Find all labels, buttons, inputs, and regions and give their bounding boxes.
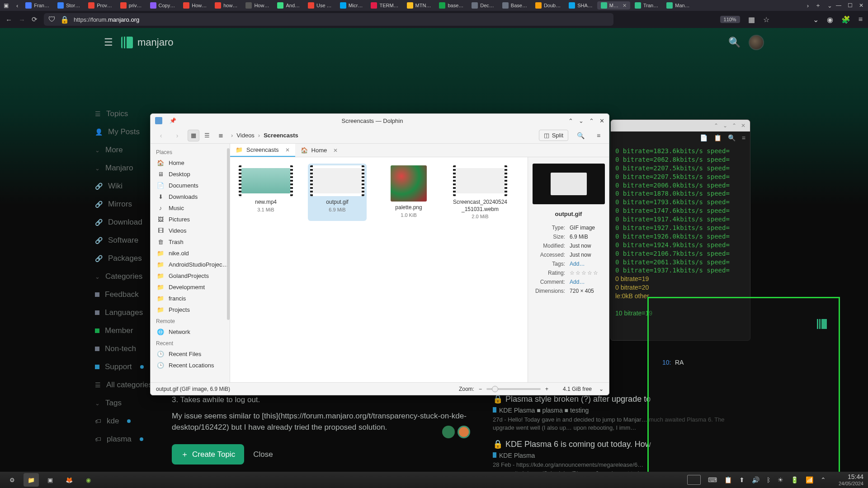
window-minimize-icon[interactable]: —	[836, 2, 841, 9]
browser-tab[interactable]: Man…	[663, 1, 693, 9]
close-button[interactable]: Close	[253, 449, 273, 460]
nav-back-icon[interactable]: ←	[5, 16, 12, 23]
close-icon[interactable]: ✕	[333, 147, 338, 154]
breadcrumb-videos[interactable]: Videos	[236, 132, 255, 139]
dolphin-tab[interactable]: 🏠Home✕	[295, 144, 344, 157]
places-item[interactable]: ♪Music	[151, 202, 230, 214]
app-menu-icon[interactable]: ≡	[859, 15, 863, 23]
menu-icon[interactable]: ≡	[593, 130, 604, 141]
browser-tab[interactable]: priv…	[117, 1, 146, 9]
shield-icon[interactable]: 🛡	[48, 15, 56, 23]
extension-icon[interactable]: ▦	[748, 15, 755, 24]
browser-tab[interactable]: base…	[435, 1, 467, 9]
scrollbar[interactable]	[227, 148, 230, 320]
view-details-button[interactable]: ≣	[215, 130, 226, 141]
tab-nav-back[interactable]: ‹	[14, 2, 21, 9]
browser-tab[interactable]: Use …	[304, 1, 335, 9]
zoom-badge[interactable]: 110%	[720, 16, 740, 23]
taskbar[interactable]: ⚙ 📁 ▣ 🦊 ◉ ⌨ 📋 ⬆ 🔊 ᛒ ☀ 🔋 📶 ⌃ 15:44 24/05/…	[0, 472, 868, 488]
tab-list-button[interactable]: ⌄	[825, 2, 835, 9]
info-comment-link[interactable]: Add…	[568, 278, 604, 286]
close-icon[interactable]: ✕	[285, 147, 290, 153]
clipboard-tray-icon[interactable]: 📋	[724, 476, 732, 483]
create-topic-button[interactable]: ＋Create Topic	[172, 444, 244, 465]
volume-tray-icon[interactable]: 🔊	[752, 476, 760, 483]
taskbar-clock[interactable]: 15:44 24/05/2024	[839, 474, 863, 486]
sidebar-tag-kde[interactable]: 🏷kde	[93, 412, 175, 430]
places-item[interactable]: 🏠Home	[151, 157, 230, 169]
window-shade-icon[interactable]: ⌃	[568, 117, 573, 124]
keyboard-tray-icon[interactable]: ⌨	[708, 476, 717, 483]
dolphin-window[interactable]: 📌 Screencasts — Dolphin ⌃ ⌄ ⌃ ✕ ‹ › ▦ ☰ …	[150, 113, 609, 395]
places-item[interactable]: 🖥Desktop	[151, 169, 230, 180]
places-item[interactable]: 🌐Network	[151, 326, 230, 338]
taskbar-app-konsole[interactable]: ▣	[42, 473, 58, 487]
places-item[interactable]: 📁nike.old	[151, 248, 230, 259]
search-icon[interactable]: 🔍	[728, 37, 741, 48]
browser-tab[interactable]: how…	[211, 1, 241, 9]
chevron-down-icon[interactable]: ⌄	[599, 386, 604, 392]
browser-tab[interactable]: Doub…	[532, 1, 564, 9]
sidebar-section-tags[interactable]: ⌄Tags	[93, 394, 175, 412]
places-item[interactable]: 🕒Recent Files	[151, 348, 230, 360]
pager-icon[interactable]	[687, 475, 701, 485]
places-item[interactable]: 🖼Pictures	[151, 214, 230, 225]
breadcrumb-current[interactable]: Screencasts	[264, 132, 298, 139]
file-item[interactable]: palette.png1.0 KiB	[379, 164, 438, 221]
file-grid[interactable]: new.mp43.1 MiBoutput.gif6.9 MiBpalette.p…	[230, 157, 528, 382]
avatar[interactable]	[749, 35, 764, 50]
emoji-icon[interactable]	[458, 426, 470, 438]
bluetooth-tray-icon[interactable]: ᛒ	[767, 476, 770, 483]
zoom-in-icon[interactable]: +	[545, 386, 548, 392]
browser-tab[interactable]: How…	[179, 1, 210, 9]
places-item[interactable]: 📁GolandProjects	[151, 270, 230, 282]
taskbar-app-dolphin[interactable]: 📁	[24, 473, 39, 487]
places-item[interactable]: 🗑Trash	[151, 236, 230, 248]
places-item[interactable]: 📁Projects	[151, 304, 230, 315]
browser-tab[interactable]: TERM…	[367, 1, 402, 9]
sidebar-toggle-icon[interactable]: ▣	[2, 1, 10, 9]
browser-tab[interactable]: Micr…	[336, 1, 367, 9]
hamburger-icon[interactable]: ☰	[104, 37, 113, 48]
address-bar[interactable]: 🛡 🔒 https://forum.manjaro.org	[44, 13, 613, 26]
emoji-icon[interactable]	[442, 426, 455, 438]
browser-tab[interactable]: Base…	[499, 1, 531, 9]
places-item[interactable]: 📁AndroidStudioProjec…	[151, 259, 230, 270]
dolphin-titlebar[interactable]: 📌 Screencasts — Dolphin ⌃ ⌄ ⌃ ✕	[151, 114, 609, 127]
window-shade-icon[interactable]: ⌃	[714, 122, 718, 129]
places-item[interactable]: 🕒Recent Locations	[151, 360, 230, 371]
save-pocket-icon[interactable]: ⌄	[813, 15, 819, 24]
window-maximize-icon[interactable]: ⌃	[589, 117, 594, 124]
lock-icon[interactable]: 🔒	[60, 15, 69, 24]
taskbar-app-other[interactable]: ◉	[80, 473, 96, 487]
browser-tab[interactable]: Stor…	[54, 1, 84, 9]
browser-tab[interactable]: And…	[274, 1, 303, 9]
window-close-icon[interactable]: ✕	[741, 122, 745, 129]
browser-tab[interactable]: MTN…	[403, 1, 435, 9]
browser-tab[interactable]: Prov…	[85, 1, 116, 9]
account-icon[interactable]: ◉	[827, 15, 833, 24]
split-button[interactable]: ◫Split	[539, 130, 568, 141]
window-minimize-icon[interactable]: ⌄	[723, 122, 727, 129]
browser-tab[interactable]: SHA…	[565, 1, 596, 9]
file-item[interactable]: output.gif6.9 MiB	[308, 164, 367, 221]
window-maximize-icon[interactable]: ⌃	[732, 122, 736, 129]
places-item[interactable]: 📁Developmemt	[151, 282, 230, 293]
paste-icon[interactable]: 📋	[714, 134, 722, 141]
browser-tab[interactable]: M…✕	[597, 1, 630, 9]
nav-reload-icon[interactable]: ⟳	[32, 15, 38, 23]
zoom-slider[interactable]	[486, 388, 541, 390]
tray-expand-icon[interactable]: ⌃	[821, 476, 826, 483]
new-tab-button[interactable]: ＋	[812, 1, 824, 9]
bookmark-icon[interactable]: ☆	[763, 15, 769, 24]
places-item[interactable]: ⬇Downloads	[151, 191, 230, 202]
search-icon[interactable]: 🔍	[575, 130, 586, 141]
app-launcher-icon[interactable]: ⚙	[5, 473, 20, 487]
site-brand[interactable]: manjaro	[121, 37, 173, 48]
window-close-icon[interactable]: ✕	[859, 2, 863, 9]
breadcrumb[interactable]: › Videos › Screencasts	[231, 132, 298, 139]
window-close-icon[interactable]: ✕	[599, 117, 604, 124]
taskbar-app-firefox[interactable]: 🦊	[61, 473, 77, 487]
dolphin-tab[interactable]: 📁Screencasts✕	[230, 144, 295, 157]
browser-tab[interactable]: Tran…	[631, 1, 662, 9]
